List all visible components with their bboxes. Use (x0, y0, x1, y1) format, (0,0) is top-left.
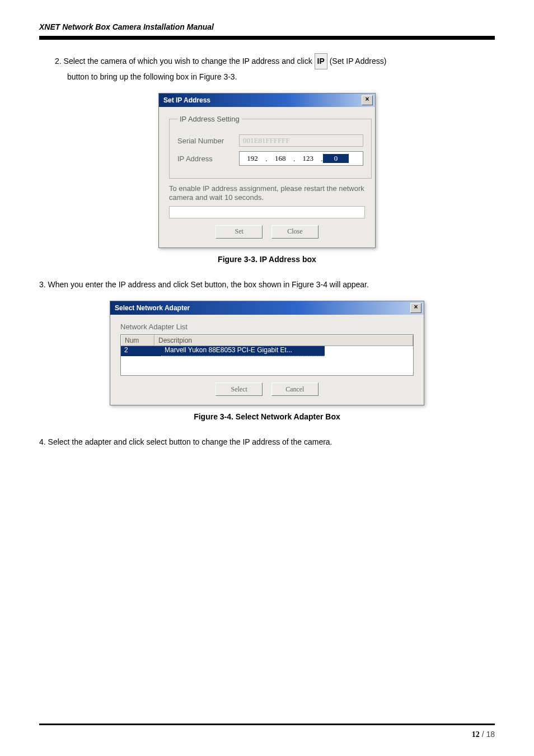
ip-address-label: IP Address (177, 155, 239, 163)
page-current: 12 (472, 730, 480, 739)
step-2-text-a: 2. Select the camera of which you wish t… (55, 57, 315, 66)
dialog-title: Select Network Adapter (115, 304, 190, 312)
document-header-title: XNET Network Box Camera Installation Man… (39, 22, 495, 31)
figure-3-3-caption: Figure 3-3. IP Address box (39, 255, 495, 264)
info-text: To enable IP address assignment, please … (169, 184, 365, 203)
close-icon[interactable]: × (410, 303, 421, 313)
ip-octet-1[interactable]: 192 (240, 154, 265, 163)
ip-inline-button: IP (315, 53, 327, 69)
step-2-text-b: (Set IP Address) (330, 57, 387, 66)
select-network-adapter-dialog: Select Network Adapter × Network Adapter… (110, 301, 424, 405)
figure-3-4-caption: Figure 3-4. Select Network Adapter Box (39, 412, 495, 421)
list-cell-description: Marvell Yukon 88E8053 PCI-E Gigabit Et..… (161, 346, 325, 356)
select-button[interactable]: Select (216, 382, 263, 396)
step-3: 3. When you enter the IP address and cli… (39, 277, 495, 292)
ip-octet-3[interactable]: 123 (295, 154, 321, 163)
footer-rule (39, 724, 495, 725)
set-button[interactable]: Set (216, 225, 263, 239)
page-footer: 12 / 18 (39, 724, 495, 739)
page-number: 12 / 18 (39, 730, 495, 739)
column-description[interactable]: Descritpion (154, 335, 413, 346)
serial-number-label: Serial Number (177, 137, 239, 145)
ip-address-input[interactable]: 192 . 168 . 123 . 0 (239, 151, 363, 166)
ip-octet-2[interactable]: 168 (268, 154, 293, 163)
header-rule (39, 36, 495, 40)
list-header: Num Descritpion (121, 335, 413, 346)
serial-number-input (239, 134, 363, 147)
page-sep: / (480, 730, 486, 739)
dialog-title: Set IP Address (163, 96, 210, 104)
network-adapter-list[interactable]: Num Descritpion 2 Marvell Yukon 88E8053 … (120, 334, 414, 376)
page-total: 18 (486, 730, 495, 739)
dialog-titlebar: Select Network Adapter × (110, 301, 424, 315)
progress-bar (169, 206, 365, 218)
close-button[interactable]: Close (271, 225, 318, 239)
ip-address-setting-fieldset: IP Address Setting Serial Number IP Addr… (169, 115, 372, 179)
ip-octet-4[interactable]: 0 (323, 154, 349, 163)
network-adapter-list-label: Network Adapter List (120, 323, 414, 331)
list-cell-num: 2 (121, 346, 161, 356)
fieldset-legend: IP Address Setting (177, 115, 242, 123)
step-2: 2. Select the camera of which you wish t… (55, 53, 495, 84)
dialog-titlebar: Set IP Address × (159, 94, 375, 107)
step-4: 4. Select the adapter and click select b… (39, 435, 495, 450)
close-icon[interactable]: × (362, 95, 373, 105)
set-ip-address-dialog: Set IP Address × IP Address Setting Seri… (158, 93, 376, 248)
step-2-text-c: button to bring up the following box in … (67, 72, 237, 81)
cancel-button[interactable]: Cancel (271, 382, 318, 396)
column-num[interactable]: Num (121, 335, 154, 346)
list-row[interactable]: 2 Marvell Yukon 88E8053 PCI-E Gigabit Et… (121, 346, 413, 356)
